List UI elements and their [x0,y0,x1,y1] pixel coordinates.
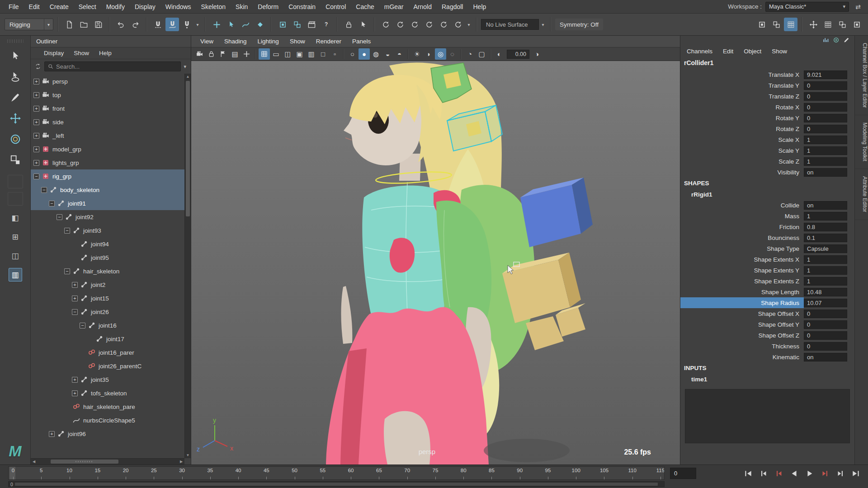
wireframe-on-shaded-button[interactable]: ◍ [370,48,382,60]
expand-icon[interactable]: + [33,119,39,125]
collapse-icon[interactable]: − [72,309,78,315]
channel-scale-z[interactable]: Scale Z1 [680,156,854,167]
channel-label[interactable]: Shape Extents Y [680,265,804,276]
channel-value-field[interactable]: 0 [804,103,847,112]
channel-label[interactable]: Kinematic [680,352,804,362]
expand-icon[interactable]: + [72,377,78,383]
channel-shape-extents-z[interactable]: Shape Extents Z1 [680,276,854,286]
viewport-menu-panels[interactable]: Panels [347,38,376,45]
outliner-item-joint26[interactable]: −joint26 [31,305,184,319]
menu-mgear[interactable]: mGear [379,0,409,14]
lock-selection-button[interactable] [342,18,355,31]
channel-label[interactable]: Translate Z [680,91,804,102]
step-back-frame-button[interactable] [757,468,770,479]
scroll-right-icon[interactable]: ▶ [178,460,184,464]
viewport-menu-shading[interactable]: Shading [219,38,252,45]
layout-single-perspective[interactable]: ◧ [9,211,22,225]
channel-bounciness[interactable]: Bounciness0.1 [680,232,854,243]
menu-create[interactable]: Create [45,0,74,14]
layout-persp-outliner[interactable]: ▥ [9,268,22,282]
isolate-select-button[interactable]: ▢ [476,48,487,60]
outliner-item-joint16[interactable]: −joint16 [31,319,184,332]
outliner-item-front[interactable]: +front [31,102,184,115]
channel-shape-offset-z[interactable]: Shape Offset Z0 [680,330,854,341]
menu-cache[interactable]: Cache [351,0,379,14]
channel-value-field[interactable]: 1 [804,277,847,286]
modeling-toolkit-toggle[interactable] [833,37,840,45]
menu-edit[interactable]: Edit [24,0,45,14]
scroll-down-icon[interactable]: ▼ [185,452,191,458]
channel-label[interactable]: Scale Y [680,145,804,156]
sync-icon[interactable] [34,63,42,70]
outliner-item-tofs-skeleton[interactable]: +tofs_skeleton [31,386,184,400]
outliner-item-joint35[interactable]: +joint35 [31,373,184,386]
toggle-panel-button[interactable] [850,18,863,31]
viewport-menu-view[interactable]: View [195,38,219,45]
outliner-item-left[interactable]: +_left [31,129,184,142]
viewport-menu-renderer[interactable]: Renderer [311,38,347,45]
snap-to-grids-button[interactable] [151,18,165,31]
search-filter-caret-icon[interactable]: ▾ [184,64,186,70]
all-lights-button[interactable]: ☀ [411,48,423,60]
channel-label[interactable]: Rotate Z [680,123,804,134]
menu-constrain[interactable]: Constrain [283,0,321,14]
menu-ragdoll[interactable]: Ragdoll [437,0,468,14]
menu-help[interactable]: Help [468,0,491,14]
outliner-item-joint16-parer[interactable]: joint16_parer [31,346,184,359]
move-tool[interactable] [6,109,25,128]
channel-rotate-y[interactable]: Rotate Y0 [680,113,854,123]
channel-value-field[interactable]: 9.021 [804,70,847,79]
channel-translate-y[interactable]: Translate Y0 [680,80,854,91]
channel-value-field[interactable]: on [804,168,847,177]
channel-value-field[interactable]: 0 [804,125,847,133]
layout-four-view[interactable]: ⊞ [9,230,22,244]
channel-value-field[interactable]: 1 [804,136,847,144]
outliner-item-lights-grp[interactable]: +lights_grp [31,156,184,169]
outliner-menu-show[interactable]: Show [69,50,94,56]
expand-icon[interactable]: + [72,390,78,396]
make-live-button[interactable] [210,18,223,31]
scale-constraint-button[interactable] [422,18,436,31]
side-tab-modeling-toolkit[interactable]: Modeling Toolkit [855,115,868,169]
expand-icon[interactable]: + [49,431,55,437]
outliner-item-joint2[interactable]: +joint2 [31,278,184,291]
channel-value-field[interactable]: 0 [804,342,847,351]
snap-to-points-button[interactable] [180,18,193,31]
menu-windows[interactable]: Windows [160,0,196,14]
construction-history-button[interactable] [224,18,238,31]
channel-value-field[interactable]: Capsule [804,244,847,253]
channel-label[interactable]: Shape Extents X [680,254,804,265]
channel-label[interactable]: Shape Offset X [680,308,804,319]
channel-kinematic[interactable]: Kinematicon [680,352,854,362]
channel-value-field[interactable]: 0 [804,331,847,340]
expand-icon[interactable]: + [33,160,39,166]
channel-visibility[interactable]: Visibilityon [680,167,854,178]
highlight-selection-button[interactable] [356,18,370,31]
workspace-selector[interactable]: Maya Classic* ▾ [765,2,849,12]
scale-tool[interactable] [6,150,25,169]
range-slider-bar[interactable] [15,483,658,486]
menu-select[interactable]: Select [74,0,101,14]
menu-modify[interactable]: Modify [101,0,130,14]
show-manipulators-button[interactable] [807,18,820,31]
collapse-icon[interactable]: − [64,228,70,234]
new-scene-button[interactable] [62,18,76,31]
image-plane-button[interactable]: ▤ [229,48,241,60]
shadows-button[interactable]: ◗ [423,48,434,60]
exposure-field[interactable]: 0.00 [507,50,529,59]
channel-shape-radius[interactable]: Shape Radius10.07 [680,297,854,308]
outliner-item-joint91[interactable]: −joint91 [31,197,184,210]
help-line-button[interactable]: ? [319,18,333,31]
channel-label[interactable]: Thickness [680,341,804,352]
channel-value-field[interactable]: 0.1 [804,234,847,242]
channel-label[interactable]: Translate Y [680,80,804,91]
outliner-item-hair-skeleton[interactable]: −hair_skeleton [31,264,184,278]
channel-label[interactable]: Translate X [680,69,804,80]
channel-label[interactable]: Shape Extents Z [680,276,804,286]
channel-label[interactable]: Shape Length [680,286,804,297]
dropdown-caret-icon[interactable]: ▾ [466,18,472,31]
scroll-up-icon[interactable]: ▲ [185,74,191,80]
channel-shape-offset-y[interactable]: Shape Offset Y0 [680,319,854,330]
channel-label[interactable]: Rotate X [680,102,804,113]
outliner-item-joint17[interactable]: joint17 [31,332,184,346]
